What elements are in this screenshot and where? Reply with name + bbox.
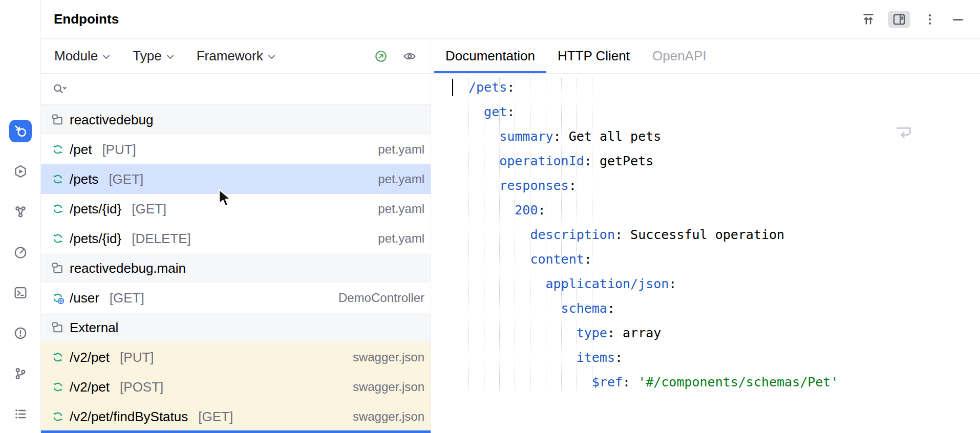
tab-label: Documentation [445, 48, 535, 64]
module-name: reactivedebug [70, 112, 153, 128]
profiler-tool-button[interactable] [9, 241, 32, 264]
endpoint-row[interactable]: /v2/pet/findByStatus[GET]swagger.json [41, 402, 431, 431]
filter-module[interactable]: Module [54, 48, 110, 64]
search-icon [52, 82, 68, 96]
hide-tool-window-button[interactable] [949, 11, 967, 28]
tool-window-header: Endpoints [41, 0, 980, 39]
eye-icon [402, 49, 417, 63]
main-area: Endpoints ModuleTypeFramework reactivede… [41, 0, 980, 433]
tab-openapi[interactable]: OpenAPI [641, 39, 718, 73]
code-line: $ref: '#/components/schemas/Pet' [468, 370, 838, 395]
endpoint-row[interactable]: /v2/pet[PUT]swagger.json [41, 342, 431, 372]
endpoint-path: /pet [70, 142, 92, 158]
endpoint-globe-icon [51, 291, 65, 305]
scroll-to-top-button[interactable] [860, 11, 877, 28]
endpoint-icon [51, 232, 65, 245]
search-field[interactable] [41, 74, 431, 105]
endpoints-tool-button[interactable] [9, 120, 32, 142]
profiler-icon [13, 245, 28, 259]
dependencies-tool-button[interactable] [9, 201, 32, 223]
api-status-button[interactable] [373, 49, 389, 64]
services-icon [13, 164, 28, 179]
soft-wrap-icon [894, 122, 914, 143]
services-tool-button[interactable] [9, 160, 32, 183]
endpoint-icon [51, 202, 65, 215]
text-caret [452, 79, 453, 96]
code-line: items: [468, 345, 838, 370]
tab-label: OpenAPI [652, 48, 707, 64]
problems-tool-button[interactable] [9, 322, 32, 344]
endpoint-path: /user [70, 290, 99, 306]
endpoint-method: [PUT] [102, 142, 136, 158]
filter-type[interactable]: Type [133, 48, 174, 64]
mouse-cursor [218, 188, 232, 208]
chevron-down-icon [102, 52, 110, 60]
module-name: reactivedebug.main [70, 261, 186, 276]
code-line: /pets: [468, 75, 838, 100]
endpoint-row[interactable]: /v2/pet[POST]swagger.json [41, 372, 431, 402]
endpoint-path: /pets/{id} [70, 201, 121, 217]
more-options-button[interactable] [921, 11, 939, 28]
details-panel: DocumentationHTTP ClientOpenAPI /pets:ge… [431, 39, 980, 433]
tab-label: HTTP Client [558, 48, 630, 64]
endpoint-path: /pets/{id} [70, 231, 121, 247]
endpoint-icon [51, 410, 65, 423]
terminal-icon [13, 286, 28, 300]
endpoint-path: /v2/pet [70, 379, 110, 395]
endpoint-method: [DELETE] [132, 231, 191, 247]
filter-bar: ModuleTypeFramework [41, 39, 431, 74]
module-row[interactable]: External [41, 313, 431, 342]
view-options-button[interactable] [402, 49, 417, 64]
code-line: application/json: [468, 272, 838, 296]
details-view-toggle-button[interactable] [888, 11, 910, 28]
filter-bar-actions [373, 49, 417, 64]
endpoint-row[interactable]: /pet[PUT]pet.yaml [41, 135, 431, 164]
filter-framework[interactable]: Framework [197, 48, 275, 64]
tab-documentation[interactable]: Documentation [434, 39, 546, 73]
endpoint-source-file: swagger.json [353, 409, 424, 424]
endpoint-method: [GET] [110, 290, 144, 306]
module-row[interactable]: reactivedebug.main [41, 253, 431, 283]
chevron-down-icon [166, 52, 174, 60]
endpoint-icon [51, 143, 65, 156]
endpoint-source-file: DemoController [338, 291, 424, 305]
panel-toggle-icon [892, 12, 906, 27]
tool-window-stripe [0, 0, 41, 433]
module-row[interactable]: reactivedebug [41, 105, 431, 135]
endpoint-method: [GET] [198, 409, 233, 425]
tab-http-client[interactable]: HTTP Client [546, 39, 641, 73]
scroll-top-icon [861, 12, 876, 27]
code-line: description: Successful operation [468, 223, 838, 247]
module-name: External [70, 320, 118, 336]
endpoint-row[interactable]: /user[GET]DemoController [41, 283, 431, 313]
endpoint-path: /v2/pet [70, 350, 110, 365]
endpoints-tool-window: Endpoints ModuleTypeFramework reactivede… [0, 0, 980, 433]
endpoint-row[interactable]: /pets[GET]pet.yaml [41, 164, 431, 194]
endpoint-path: /pets [70, 171, 98, 187]
code-line: content: [468, 247, 838, 272]
filter-label: Type [133, 48, 161, 64]
code-editor[interactable]: /pets:get:summary: Get all petsoperation… [431, 74, 980, 433]
endpoint-row[interactable]: /pets/{id}[DELETE]pet.yaml [41, 224, 431, 253]
endpoint-row[interactable]: /pets/{id}[GET]pet.yaml [41, 194, 431, 224]
more-tool-windows-tool-button[interactable] [9, 403, 32, 425]
endpoint-icon [51, 351, 65, 364]
details-tabs: DocumentationHTTP ClientOpenAPI [431, 39, 980, 74]
code-line: 200: [468, 198, 838, 223]
api-ok-icon [374, 49, 388, 63]
code-line: operationId: getPets [468, 149, 838, 174]
endpoint-source-file: pet.yaml [378, 202, 424, 216]
minimize-icon [951, 12, 965, 27]
version-control-tool-button[interactable] [9, 362, 32, 385]
content: ModuleTypeFramework reactivedebug/pet[PU… [41, 39, 980, 433]
code-line: get: [468, 100, 838, 124]
git-icon [13, 366, 28, 381]
code-line: schema: [468, 296, 838, 321]
endpoints-panel: ModuleTypeFramework reactivedebug/pet[PU… [41, 39, 431, 433]
dependencies-icon [13, 205, 28, 219]
problems-icon [13, 326, 28, 340]
terminal-tool-button[interactable] [9, 282, 32, 304]
endpoint-source-file: pet.yaml [378, 231, 424, 246]
code-lines: /pets:get:summary: Get all petsoperation… [468, 75, 838, 395]
endpoint-source-file: swagger.json [353, 350, 424, 364]
